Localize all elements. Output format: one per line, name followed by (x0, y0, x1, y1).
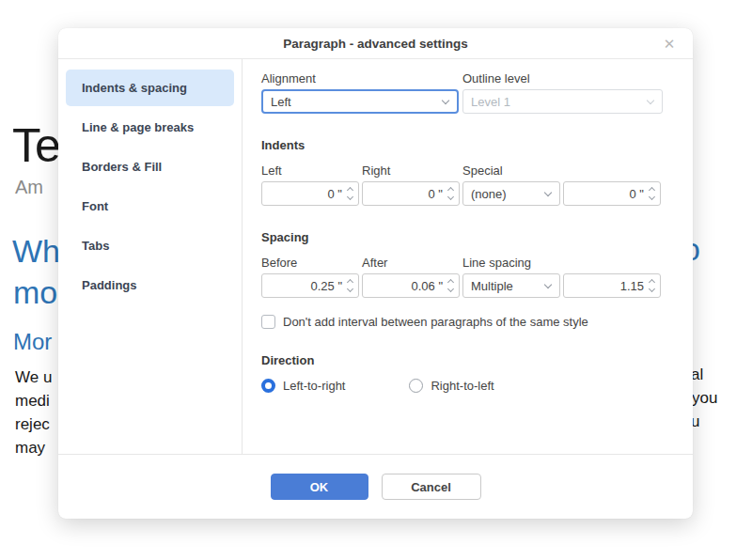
indent-right-spinner[interactable]: 0 " (362, 181, 460, 206)
direction-rtl-option[interactable]: Right-to-left (409, 379, 494, 393)
spinner-down-icon[interactable] (447, 194, 454, 200)
doc-body-line: you (692, 389, 717, 408)
indent-special-amount-value: 0 " (630, 187, 644, 201)
spinner-arrows[interactable] (348, 280, 352, 291)
indents-spacing-panel: Alignment Left Outline level Level 1 Ind… (243, 59, 693, 454)
spacing-before-value: 0.25 " (310, 279, 342, 293)
dialog-header[interactable]: Paragraph - advanced settings ✕ (58, 28, 693, 59)
chevron-down-icon (544, 188, 552, 195)
outline-level-value: Level 1 (471, 95, 510, 109)
close-icon[interactable]: ✕ (659, 34, 680, 54)
line-spacing-amount-spinner[interactable]: 1.15 (563, 273, 661, 298)
spinner-down-icon[interactable] (347, 194, 353, 200)
doc-body-line: We u (15, 366, 52, 389)
dialog-body: Indents & spacing Line & page breaks Bor… (58, 59, 693, 454)
spinner-down-icon[interactable] (649, 286, 655, 292)
spacing-heading: Spacing (261, 230, 693, 244)
settings-sidebar: Indents & spacing Line & page breaks Bor… (58, 59, 243, 454)
dialog-footer: OK Cancel (58, 454, 693, 519)
indent-left-value: 0 " (328, 187, 342, 201)
sidebar-item-borders-fill[interactable]: Borders & Fill (66, 148, 234, 185)
radio-unselected-icon[interactable] (409, 379, 423, 393)
cancel-button[interactable]: Cancel (382, 474, 481, 500)
same-style-interval-checkbox-label: Don't add interval between paragraphs of… (283, 315, 588, 329)
line-spacing-amount-value: 1.15 (620, 279, 644, 293)
direction-ltr-option[interactable]: Left-to-right (261, 379, 345, 393)
indent-right-value: 0 " (429, 187, 443, 201)
alignment-dropdown[interactable]: Left (261, 89, 459, 114)
doc-blue-heading-line1: Wh (12, 233, 60, 270)
doc-blue-heading-line2: mo (13, 274, 57, 311)
indent-right-label: Right (362, 163, 460, 178)
direction-heading: Direction (261, 353, 693, 367)
spinner-down-icon[interactable] (649, 194, 655, 200)
spacing-after-label: After (362, 256, 460, 270)
doc-heading-fragment: Te (12, 118, 60, 173)
ok-button[interactable]: OK (271, 474, 368, 500)
alignment-label: Alignment (261, 71, 459, 86)
indent-special-label: Special (462, 163, 560, 178)
doc-body-text-left: We u medi rejec may (15, 366, 52, 459)
spinner-arrows[interactable] (448, 188, 453, 199)
indent-left-label: Left (261, 163, 359, 178)
radio-selected-icon[interactable] (261, 379, 275, 393)
chevron-down-icon (647, 96, 654, 103)
doc-body-line: rejec (15, 412, 52, 436)
checkbox-unchecked-icon[interactable] (261, 315, 275, 329)
chevron-down-icon (442, 96, 449, 103)
spacing-after-value: 0.06 " (411, 279, 443, 293)
dialog-title: Paragraph - advanced settings (283, 37, 468, 51)
doc-body-line: may (15, 436, 52, 459)
spinner-down-icon[interactable] (347, 286, 353, 292)
indent-left-spinner[interactable]: 0 " (261, 181, 359, 206)
spacing-after-spinner[interactable]: 0.06 " (362, 273, 460, 298)
direction-ltr-label: Left-to-right (283, 379, 345, 393)
doc-subheading-fragment: Am (15, 177, 43, 198)
sidebar-item-indents-spacing[interactable]: Indents & spacing (66, 70, 234, 106)
outline-level-label: Outline level (462, 71, 663, 86)
chevron-down-icon (544, 280, 552, 288)
doc-blue-subheading: Mor (13, 329, 52, 355)
indent-special-amount-spinner[interactable]: 0 " (563, 181, 661, 206)
indents-heading: Indents (261, 138, 693, 152)
alignment-value: Left (271, 95, 291, 109)
spinner-arrows[interactable] (650, 188, 654, 199)
sidebar-item-line-page-breaks[interactable]: Line & page breaks (66, 109, 234, 146)
spinner-down-icon[interactable] (447, 286, 454, 292)
outline-level-dropdown: Level 1 (462, 89, 663, 114)
sidebar-item-paddings[interactable]: Paddings (66, 267, 234, 303)
paragraph-advanced-settings-dialog: Paragraph - advanced settings ✕ Indents … (58, 28, 693, 519)
line-spacing-label: Line spacing (462, 256, 560, 270)
spinner-arrows[interactable] (650, 280, 654, 291)
doc-body-line: medi (15, 389, 52, 412)
spinner-arrows[interactable] (348, 188, 352, 199)
direction-rtl-label: Right-to-left (431, 379, 494, 393)
indent-special-dropdown[interactable]: (none) (462, 181, 560, 206)
spacing-before-label: Before (261, 256, 359, 270)
line-spacing-dropdown[interactable]: Multiple (462, 273, 560, 298)
sidebar-item-font[interactable]: Font (66, 188, 234, 225)
spinner-arrows[interactable] (448, 280, 453, 291)
spacing-before-spinner[interactable]: 0.25 " (261, 273, 359, 298)
indent-special-value: (none) (471, 187, 507, 201)
sidebar-item-tabs[interactable]: Tabs (66, 227, 234, 264)
same-style-interval-checkbox-row[interactable]: Don't add interval between paragraphs of… (261, 315, 693, 329)
line-spacing-value: Multiple (471, 279, 513, 293)
